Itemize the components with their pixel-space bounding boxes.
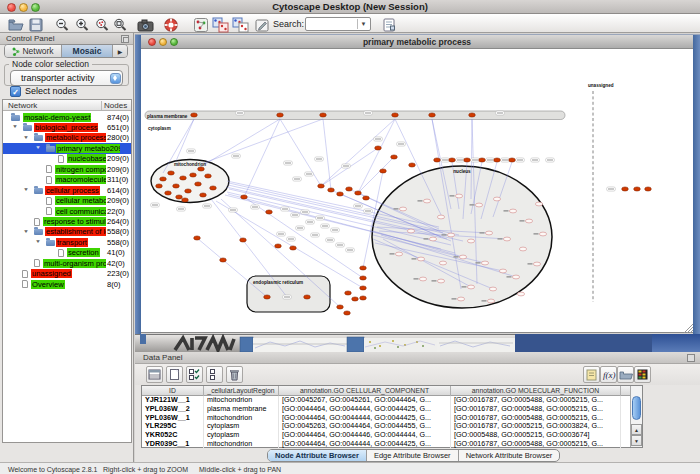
search-input[interactable]: ▼	[305, 17, 371, 31]
unselect-all-attributes-button[interactable]	[206, 366, 223, 383]
heatmap-button[interactable]	[634, 366, 651, 383]
save-button[interactable]	[26, 15, 46, 35]
delete-attribute-button[interactable]	[226, 366, 243, 383]
network-canvas[interactable]: plasma membranecytoplasmmitochondrionnuc…	[141, 49, 693, 333]
network-window-titlebar[interactable]: primary metabolic process	[141, 35, 693, 49]
expand-arrow-icon[interactable]: ▼	[23, 134, 29, 139]
annotation-button[interactable]	[252, 15, 272, 35]
tree-row-cellular-process[interactable]: ▼cellular process614(0)	[3, 185, 131, 196]
network-view-button[interactable]	[191, 15, 211, 35]
tree-row-primary-metabo[interactable]: ▼primary metabo209(...	[3, 143, 131, 154]
tree-row-count: 209(0)	[107, 165, 129, 174]
close-window-button[interactable]	[7, 3, 16, 12]
table-row-ypl036w__1[interactable]: YPL036W__1mitochondrion[GO:0044464, GO:0…	[142, 414, 642, 423]
svg-text:f(x): f(x)	[603, 370, 616, 380]
tree-row-response-to-stimul[interactable]: response to stimul264(0)	[3, 216, 131, 227]
table-cell: mitochondrion	[204, 414, 279, 423]
tree-row-metabolic-process[interactable]: ▼metabolic process280(0)	[3, 132, 131, 143]
zoom-selected-button[interactable]	[92, 15, 112, 35]
float-panel-icon[interactable]	[121, 35, 129, 43]
network-tree: Network Nodes mosaic-demo-yeast874(0)▼bi…	[2, 99, 132, 443]
search-dropdown-arrow-icon[interactable]: ▼	[357, 19, 369, 29]
browser-tab-network[interactable]: Network Attribute Browser	[459, 450, 560, 461]
network-zoom-button[interactable]	[170, 38, 178, 46]
tree-row-overview[interactable]: Overview8(0)	[3, 279, 131, 290]
file-icon	[46, 207, 52, 215]
file-icon	[34, 218, 40, 226]
tree-row-cell-communicat[interactable]: cell communicat22(0)	[3, 206, 131, 217]
tree-row-multi-organism-pro[interactable]: multi-organism pro42(0)	[3, 258, 131, 269]
network-window-title: primary metabolic process	[141, 35, 693, 49]
tree-row-unassigned[interactable]: unassigned223(0)	[3, 268, 131, 279]
copy-attributes-button[interactable]	[231, 15, 251, 35]
file-icon	[46, 165, 52, 173]
function-builder-button[interactable]: f(x)	[600, 366, 617, 383]
tree-row-macromolecule[interactable]: macromolecule311(0)	[3, 174, 131, 185]
tree-row-biological-process[interactable]: ▼biological_process651(0)	[3, 122, 131, 133]
browser-tab-edge[interactable]: Edge Attribute Browser	[367, 450, 459, 461]
new-document-icon	[168, 368, 181, 381]
table-row-ydr039c__1[interactable]: YDR039C__1mitochondrion[GO:0044464, GO:0…	[142, 440, 642, 449]
tree-row-nitrogen-compo[interactable]: nitrogen compo209(0)	[3, 164, 131, 175]
network-tree-icon	[12, 47, 20, 56]
import-attributes-button[interactable]	[617, 366, 634, 383]
open-file-button[interactable]	[6, 15, 26, 35]
network-resize-grip[interactable]	[684, 324, 693, 333]
table-row-ypl036w__2[interactable]: YPL036W__2plasma membrane[GO:0044464, GO…	[142, 405, 642, 414]
tree-row-secretion[interactable]: secretion41(0)	[3, 247, 131, 258]
attribute-notes-button[interactable]	[583, 366, 600, 383]
tree-row-transport[interactable]: ▼transport558(0)	[3, 237, 131, 248]
table-cell: [GO:0045263, GO:0044464, GO:0044455, G..…	[279, 422, 451, 431]
expand-arrow-icon[interactable]: ▼	[23, 229, 29, 234]
copy-network-button[interactable]	[211, 15, 231, 35]
table-scrollbar[interactable]: ▲ ▼	[630, 386, 642, 447]
select-all-attributes-button[interactable]	[186, 366, 203, 383]
network-minimize-button[interactable]	[159, 38, 167, 46]
tab-network[interactable]: Network	[5, 45, 62, 57]
zoom-out-button[interactable]	[52, 15, 72, 35]
table-row-ylr295c[interactable]: YLR295Ccytoplasm[GO:0045263, GO:0044464,…	[142, 422, 642, 431]
table-col-header[interactable]: annotation.GO CELLULAR_COMPONENT	[279, 386, 451, 396]
tab-mosaic[interactable]: Mosaic	[62, 45, 113, 57]
table-cell: plasma membrane	[204, 405, 279, 414]
snapshot-button[interactable]	[135, 15, 155, 35]
table-row-ykr052c[interactable]: YKR052Ccytoplasm[GO:0044464, GO:0044446,…	[142, 431, 642, 440]
zoom-window-button[interactable]	[31, 3, 40, 12]
minimize-window-button[interactable]	[19, 3, 28, 12]
folder-icon	[23, 125, 32, 131]
help-button[interactable]	[161, 15, 181, 35]
data-panel-float-icon[interactable]	[687, 354, 695, 362]
tree-row-establishment-of-lo[interactable]: ▼establishment of lo558(0)	[3, 226, 131, 237]
browser-tab-node[interactable]: Node Attribute Browser	[268, 450, 367, 461]
document-edit-icon	[381, 17, 397, 33]
table-col-header[interactable]: _cellularLayoutRegion	[204, 386, 279, 396]
tree-row-nucleobase-[interactable]: nucleobase-209(0)	[3, 153, 131, 164]
new-attribute-button[interactable]	[166, 366, 183, 383]
select-attributes-button[interactable]	[146, 366, 163, 383]
expand-arrow-icon[interactable]: ▼	[23, 187, 29, 192]
table-cell: YKR052C	[142, 431, 204, 440]
zoom-fit-button[interactable]	[110, 15, 130, 35]
tree-row-label: cellular metabo	[55, 196, 106, 205]
scroll-up-button[interactable]: ▲	[631, 424, 642, 435]
dropdown-stepper-icon	[110, 73, 121, 84]
data-panel-toolbar: f(x)	[135, 364, 700, 385]
network-close-button[interactable]	[148, 38, 156, 46]
attribute-table[interactable]: ID_cellularLayoutRegionannotation.GO CEL…	[141, 385, 643, 448]
table-col-header[interactable]: annotation.GO MOLECULAR_FUNCTION	[451, 386, 621, 396]
tree-row-cellular-metabo[interactable]: cellular metabo209(0)	[3, 195, 131, 206]
scroll-down-button[interactable]: ▼	[631, 435, 642, 446]
table-scrollbar-thumb[interactable]	[632, 396, 641, 420]
select-nodes-checkbox[interactable]: ✓	[10, 86, 21, 97]
session-note-button[interactable]	[379, 15, 399, 35]
tree-row-count: 209(0)	[107, 196, 129, 205]
expand-arrow-icon[interactable]: ▼	[12, 124, 18, 129]
tree-row-mosaic-demo-yeast[interactable]: mosaic-demo-yeast874(0)	[3, 112, 131, 123]
expand-arrow-icon[interactable]: ▼	[35, 145, 41, 150]
expand-arrow-icon[interactable]: ▼	[35, 239, 41, 244]
table-col-header[interactable]: ID	[142, 386, 204, 396]
zoom-in-button[interactable]	[72, 15, 92, 35]
tab-overflow-arrow[interactable]: ▶	[113, 45, 127, 57]
table-row-yjr121w__1[interactable]: YJR121W__1mitochondrion[GO:0045267, GO:0…	[142, 396, 642, 405]
node-color-dropdown[interactable]: transporter activity	[10, 70, 123, 86]
